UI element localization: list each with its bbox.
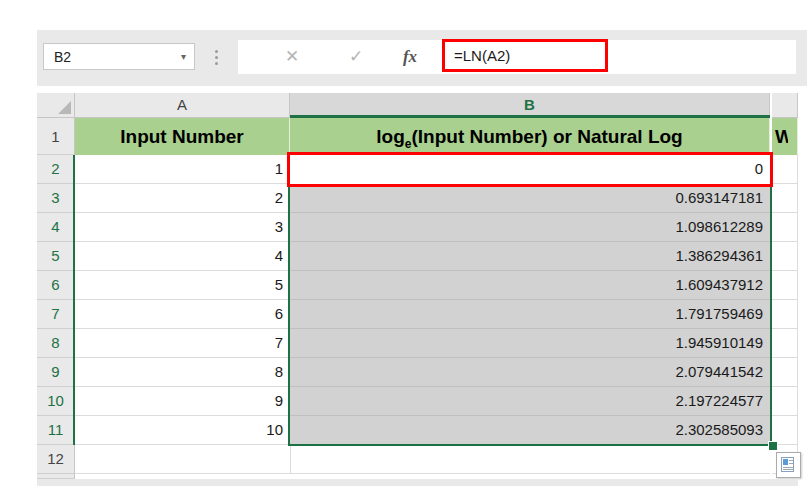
cell-B5[interactable]: 1.386294361 (290, 242, 770, 271)
column-C-cells[interactable] (772, 155, 798, 474)
column-header-A[interactable]: A (75, 93, 290, 118)
row-header-11[interactable]: 11 (37, 416, 75, 445)
select-all-button[interactable] (37, 93, 75, 118)
select-all-triangle-icon (58, 101, 71, 114)
fill-handle[interactable] (768, 441, 778, 451)
row-header-9[interactable]: 9 (37, 358, 75, 387)
b1-suffix-text: (Input Number) or Natural Log (411, 126, 682, 147)
enter-icon[interactable]: ✓ (336, 40, 376, 74)
cell-A9[interactable]: 8 (75, 358, 290, 387)
formula-input[interactable]: =LN(A2) (442, 39, 608, 72)
cell-B3[interactable]: 0.693147181 (290, 184, 770, 213)
cell-A11[interactable]: 10 (75, 416, 290, 445)
cell-A10[interactable]: 9 (75, 387, 290, 416)
insert-function-icon[interactable]: fx (390, 40, 430, 74)
cell-B11[interactable]: 2.302585093 (290, 416, 770, 445)
cell-A12[interactable] (75, 445, 290, 474)
row-header-10[interactable]: 10 (37, 387, 75, 416)
cell-A6[interactable]: 5 (75, 271, 290, 300)
cell-B1[interactable]: loge(Input Number) or Natural Log (290, 118, 770, 155)
cell-A2[interactable]: 1 (75, 155, 290, 184)
cell-A3[interactable]: 2 (75, 184, 290, 213)
name-box-value: B2 (44, 49, 181, 65)
column-header-C[interactable] (772, 93, 798, 118)
gridline (290, 445, 291, 474)
cell-B6[interactable]: 1.609437912 (290, 271, 770, 300)
auto-fill-options-icon (781, 457, 794, 472)
cell-B8[interactable]: 1.945910149 (290, 329, 770, 358)
cell-B7[interactable]: 1.791759469 (290, 300, 770, 329)
selected-rows-accent-line (73, 155, 75, 445)
row-header-2[interactable]: 2 (37, 155, 75, 184)
cell-A1[interactable]: Input Number (75, 118, 290, 155)
cell-A5[interactable]: 4 (75, 242, 290, 271)
row-header-4[interactable]: 4 (37, 213, 75, 242)
auto-fill-options-button[interactable] (776, 452, 801, 478)
excel-window: B2 ▾ ✕ ✓ fx =LN(A2) A B 1 2 3 4 5 6 7 8 … (0, 0, 807, 486)
cell-B10[interactable]: 2.197224577 (290, 387, 770, 416)
separator-dots-icon (209, 40, 223, 74)
c1-clipped-text: W (772, 118, 788, 155)
cell-A7[interactable]: 6 (75, 300, 290, 329)
formula-bar-panel: B2 ▾ ✕ ✓ fx =LN(A2) (37, 30, 807, 86)
row-header-6[interactable]: 6 (37, 271, 75, 300)
cell-C1-partial[interactable]: W (772, 118, 798, 155)
cancel-icon[interactable]: ✕ (272, 40, 312, 74)
row-header-5[interactable]: 5 (37, 242, 75, 271)
row-header-12[interactable]: 12 (37, 445, 75, 474)
formula-text: =LN(A2) (445, 47, 510, 64)
cell-B2[interactable]: 0 (290, 155, 770, 184)
row-header-7[interactable]: 7 (37, 300, 75, 329)
cell-B4[interactable]: 1.098612289 (290, 213, 770, 242)
cell-A4[interactable]: 3 (75, 213, 290, 242)
b1-log-text: log (376, 126, 405, 147)
row-header-8[interactable]: 8 (37, 329, 75, 358)
name-box[interactable]: B2 ▾ (43, 43, 195, 70)
row-header-1[interactable]: 1 (37, 118, 75, 155)
name-box-dropdown-icon[interactable]: ▾ (181, 51, 194, 62)
formula-bar: ✕ ✓ fx =LN(A2) (238, 40, 796, 74)
cell-B9[interactable]: 2.079441542 (290, 358, 770, 387)
row-header-3[interactable]: 3 (37, 184, 75, 213)
bottom-edge-strip (37, 479, 798, 486)
cell-A8[interactable]: 7 (75, 329, 290, 358)
cell-B12[interactable] (290, 445, 770, 474)
